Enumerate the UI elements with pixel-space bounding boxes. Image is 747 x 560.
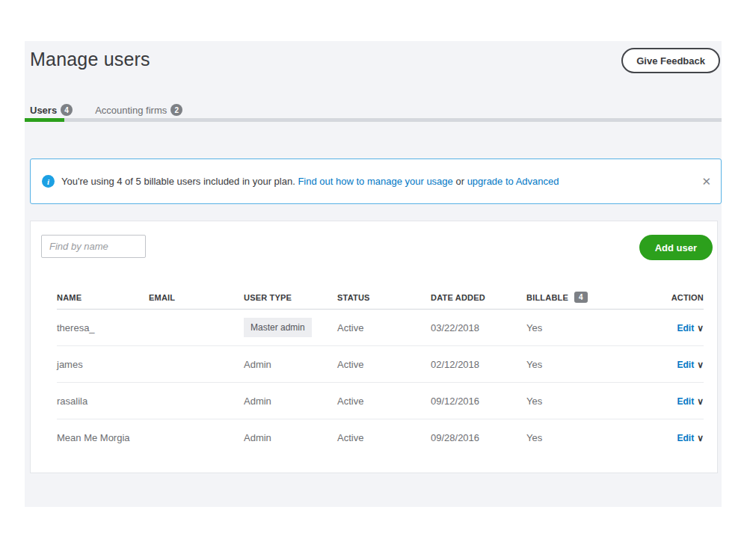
edit-button[interactable]: Edit∨ [677, 323, 704, 333]
billable-users-banner: i You're using 4 of 5 billable users inc… [30, 159, 722, 204]
header-name: NAME [57, 293, 149, 302]
chevron-down-icon: ∨ [697, 396, 704, 407]
cell-name: james [57, 359, 149, 370]
banner-connector: or [455, 176, 464, 187]
billable-count-badge: 4 [574, 292, 588, 303]
edit-button[interactable]: Edit∨ [677, 396, 704, 407]
tab-accounting-firms[interactable]: Accounting firms 2 [95, 104, 182, 116]
accounting-firms-count-badge: 2 [170, 104, 182, 116]
cell-billable: Yes [526, 396, 644, 407]
cell-name: theresa_ [57, 322, 149, 333]
cell-name: rasalila [57, 396, 149, 407]
edit-label: Edit [677, 323, 695, 333]
cell-date-added: 03/22/2018 [431, 322, 526, 333]
upgrade-advanced-link[interactable]: upgrade to Advanced [467, 176, 559, 187]
cell-billable: Yes [526, 359, 644, 370]
header-billable: BILLABLE 4 [526, 292, 644, 303]
table-row: rasalila Admin Active 09/12/2016 Yes Edi… [57, 383, 704, 419]
cell-status: Active [337, 432, 431, 443]
cell-date-added: 09/12/2016 [431, 396, 526, 407]
users-table: NAME EMAIL USER TYPE STATUS DATE ADDED B… [57, 286, 704, 456]
tab-bar: Users 4 Accounting firms 2 [30, 104, 182, 116]
chevron-down-icon: ∨ [697, 360, 704, 370]
edit-button[interactable]: Edit∨ [677, 360, 704, 370]
user-type-chip: Master admin [244, 318, 312, 337]
header-user-type: USER TYPE [244, 293, 337, 302]
table-row: theresa_ Master admin Active 03/22/2018 … [57, 310, 704, 346]
table-header-row: NAME EMAIL USER TYPE STATUS DATE ADDED B… [57, 286, 704, 310]
tab-users-label: Users [30, 105, 57, 116]
users-card: Add user NAME EMAIL USER TYPE STATUS DAT… [30, 221, 718, 473]
users-count-badge: 4 [61, 104, 73, 116]
manage-usage-link[interactable]: Find out how to manage your usage [298, 176, 452, 187]
cell-user-type: Admin [244, 359, 337, 370]
cell-name: Mean Me Morgia [57, 432, 149, 443]
edit-label: Edit [677, 433, 695, 443]
cell-billable: Yes [526, 322, 644, 333]
cell-billable: Yes [526, 432, 644, 443]
active-tab-indicator [25, 118, 64, 122]
search-input[interactable] [41, 235, 146, 258]
cell-status: Active [337, 359, 431, 370]
edit-label: Edit [677, 396, 695, 407]
header-date-added: DATE ADDED [431, 293, 526, 302]
header-email: EMAIL [149, 293, 244, 302]
edit-button[interactable]: Edit∨ [677, 433, 704, 443]
info-icon: i [42, 175, 55, 188]
banner-message: You're using 4 of 5 billable users inclu… [61, 176, 295, 187]
header-status: STATUS [337, 293, 431, 302]
banner-text: You're using 4 of 5 billable users inclu… [61, 176, 559, 187]
edit-label: Edit [677, 360, 695, 370]
chevron-down-icon: ∨ [697, 323, 704, 333]
add-user-button[interactable]: Add user [639, 235, 713, 260]
tab-users[interactable]: Users 4 [30, 104, 73, 116]
give-feedback-button[interactable]: Give Feedback [621, 48, 720, 73]
cell-date-added: 02/12/2018 [431, 359, 526, 370]
header-action: ACTION [644, 293, 704, 302]
header-billable-label: BILLABLE [526, 293, 568, 302]
cell-status: Active [337, 322, 431, 333]
cell-date-added: 09/28/2016 [431, 432, 526, 443]
table-row: Mean Me Morgia Admin Active 09/28/2016 Y… [57, 419, 704, 456]
cell-status: Active [337, 396, 431, 407]
cell-user-type: Admin [244, 432, 337, 443]
tab-strip [25, 118, 722, 122]
banner-close-icon[interactable]: ✕ [701, 175, 711, 188]
cell-user-type: Admin [244, 396, 337, 407]
page-title: Manage users [30, 49, 150, 70]
table-row: james Admin Active 02/12/2018 Yes Edit∨ [57, 346, 704, 383]
tab-accounting-firms-label: Accounting firms [95, 105, 167, 116]
manage-users-panel: Manage users Give Feedback Users 4 Accou… [25, 41, 722, 507]
chevron-down-icon: ∨ [697, 433, 704, 443]
